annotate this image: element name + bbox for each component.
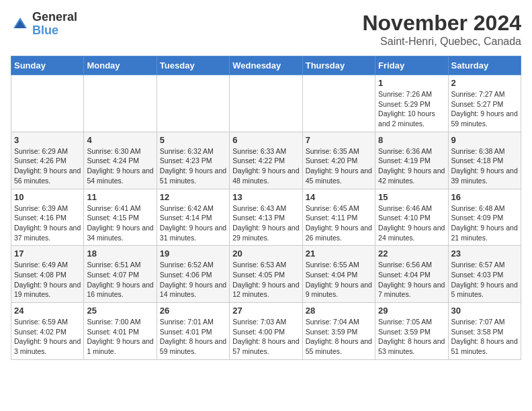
- svg-rect-2: [17, 24, 23, 28]
- calendar-cell-4-2: 18Sunrise: 6:51 AMSunset: 4:07 PMDayligh…: [84, 246, 157, 303]
- day-number: 5: [160, 135, 226, 145]
- logo: General Blue: [11, 11, 77, 38]
- day-number: 17: [14, 248, 81, 259]
- day-number: 19: [160, 248, 226, 259]
- calendar-cell-4-6: 22Sunrise: 6:56 AMSunset: 4:04 PMDayligh…: [375, 246, 448, 303]
- calendar-week-3: 10Sunrise: 6:39 AMSunset: 4:16 PMDayligh…: [11, 189, 521, 246]
- calendar-cell-2-2: 4Sunrise: 6:30 AMSunset: 4:24 PMDaylight…: [84, 132, 157, 189]
- day-info: Sunrise: 6:56 AMSunset: 4:04 PMDaylight:…: [378, 260, 445, 300]
- day-info: Sunrise: 7:04 AMSunset: 3:59 PMDaylight:…: [306, 317, 372, 357]
- calendar-cell-4-4: 20Sunrise: 6:53 AMSunset: 4:05 PMDayligh…: [230, 246, 302, 303]
- calendar-cell-4-3: 19Sunrise: 6:52 AMSunset: 4:06 PMDayligh…: [157, 246, 229, 303]
- calendar-cell-5-1: 24Sunrise: 6:59 AMSunset: 4:02 PMDayligh…: [11, 303, 84, 360]
- day-info: Sunrise: 6:29 AMSunset: 4:26 PMDaylight:…: [14, 146, 81, 186]
- day-info: Sunrise: 7:07 AMSunset: 3:58 PMDaylight:…: [451, 317, 518, 357]
- day-number: 25: [87, 306, 153, 316]
- day-number: 24: [14, 306, 81, 316]
- day-info: Sunrise: 6:33 AMSunset: 4:22 PMDaylight:…: [232, 146, 299, 186]
- location-title: Saint-Henri, Quebec, Canada: [362, 36, 521, 48]
- calendar-week-5: 24Sunrise: 6:59 AMSunset: 4:02 PMDayligh…: [11, 303, 521, 360]
- day-number: 15: [378, 192, 445, 202]
- header-monday: Monday: [84, 56, 157, 75]
- day-info: Sunrise: 6:38 AMSunset: 4:18 PMDaylight:…: [451, 146, 518, 186]
- day-number: 6: [232, 135, 299, 145]
- header-saturday: Saturday: [448, 56, 521, 75]
- day-number: 3: [14, 135, 81, 145]
- calendar-cell-4-7: 23Sunrise: 6:57 AMSunset: 4:03 PMDayligh…: [448, 246, 521, 303]
- calendar-cell-1-6: 1Sunrise: 7:26 AMSunset: 5:29 PMDaylight…: [375, 75, 448, 132]
- calendar-cell-2-1: 3Sunrise: 6:29 AMSunset: 4:26 PMDaylight…: [11, 132, 84, 189]
- day-info: Sunrise: 6:45 AMSunset: 4:11 PMDaylight:…: [306, 203, 372, 243]
- calendar-cell-5-7: 30Sunrise: 7:07 AMSunset: 3:58 PMDayligh…: [448, 303, 521, 360]
- header-thursday: Thursday: [302, 56, 375, 75]
- day-info: Sunrise: 7:05 AMSunset: 3:59 PMDaylight:…: [378, 317, 445, 357]
- calendar-cell-3-7: 16Sunrise: 6:48 AMSunset: 4:09 PMDayligh…: [448, 189, 521, 246]
- day-number: 13: [232, 192, 299, 202]
- day-info: Sunrise: 7:00 AMSunset: 4:01 PMDaylight:…: [87, 317, 153, 357]
- day-info: Sunrise: 6:39 AMSunset: 4:16 PMDaylight:…: [14, 203, 81, 243]
- header-tuesday: Tuesday: [157, 56, 229, 75]
- calendar-cell-2-3: 5Sunrise: 6:32 AMSunset: 4:23 PMDaylight…: [157, 132, 229, 189]
- day-info: Sunrise: 6:49 AMSunset: 4:08 PMDaylight:…: [14, 260, 81, 300]
- calendar-table: Sunday Monday Tuesday Wednesday Thursday…: [11, 56, 521, 360]
- day-number: 16: [451, 192, 518, 202]
- day-info: Sunrise: 6:42 AMSunset: 4:14 PMDaylight:…: [160, 203, 226, 243]
- calendar-cell-4-5: 21Sunrise: 6:55 AMSunset: 4:04 PMDayligh…: [302, 246, 375, 303]
- day-info: Sunrise: 6:32 AMSunset: 4:23 PMDaylight:…: [160, 146, 226, 186]
- calendar-week-1: 1Sunrise: 7:26 AMSunset: 5:29 PMDaylight…: [11, 75, 521, 132]
- header-sunday: Sunday: [11, 56, 84, 75]
- day-info: Sunrise: 6:36 AMSunset: 4:19 PMDaylight:…: [378, 146, 445, 186]
- day-number: 4: [87, 135, 153, 145]
- header-friday: Friday: [375, 56, 448, 75]
- day-info: Sunrise: 7:26 AMSunset: 5:29 PMDaylight:…: [378, 89, 445, 129]
- day-info: Sunrise: 6:46 AMSunset: 4:10 PMDaylight:…: [378, 203, 445, 243]
- day-number: 28: [306, 306, 372, 316]
- day-info: Sunrise: 6:30 AMSunset: 4:24 PMDaylight:…: [87, 146, 153, 186]
- calendar-cell-5-5: 28Sunrise: 7:04 AMSunset: 3:59 PMDayligh…: [302, 303, 375, 360]
- calendar-cell-3-3: 12Sunrise: 6:42 AMSunset: 4:14 PMDayligh…: [157, 189, 229, 246]
- logo-icon: [11, 15, 30, 34]
- day-info: Sunrise: 6:57 AMSunset: 4:03 PMDaylight:…: [451, 260, 518, 300]
- calendar-cell-5-4: 27Sunrise: 7:03 AMSunset: 4:00 PMDayligh…: [230, 303, 302, 360]
- calendar-cell-5-6: 29Sunrise: 7:05 AMSunset: 3:59 PMDayligh…: [375, 303, 448, 360]
- day-number: 20: [232, 248, 299, 259]
- header-wednesday: Wednesday: [230, 56, 302, 75]
- day-number: 12: [160, 192, 226, 202]
- calendar-cell-3-5: 14Sunrise: 6:45 AMSunset: 4:11 PMDayligh…: [302, 189, 375, 246]
- day-info: Sunrise: 6:41 AMSunset: 4:15 PMDaylight:…: [87, 203, 153, 243]
- day-info: Sunrise: 6:35 AMSunset: 4:20 PMDaylight:…: [306, 146, 372, 186]
- calendar-cell-1-2: [84, 75, 157, 132]
- day-info: Sunrise: 6:51 AMSunset: 4:07 PMDaylight:…: [87, 260, 153, 300]
- calendar-cell-1-4: [230, 75, 302, 132]
- day-number: 21: [306, 248, 372, 259]
- calendar-cell-3-1: 10Sunrise: 6:39 AMSunset: 4:16 PMDayligh…: [11, 189, 84, 246]
- calendar-cell-3-2: 11Sunrise: 6:41 AMSunset: 4:15 PMDayligh…: [84, 189, 157, 246]
- calendar-cell-2-5: 7Sunrise: 6:35 AMSunset: 4:20 PMDaylight…: [302, 132, 375, 189]
- calendar-cell-1-7: 2Sunrise: 7:27 AMSunset: 5:27 PMDaylight…: [448, 75, 521, 132]
- calendar-cell-5-2: 25Sunrise: 7:00 AMSunset: 4:01 PMDayligh…: [84, 303, 157, 360]
- day-number: 22: [378, 248, 445, 259]
- day-number: 14: [306, 192, 372, 202]
- calendar-cell-5-3: 26Sunrise: 7:01 AMSunset: 4:01 PMDayligh…: [157, 303, 229, 360]
- calendar-header-row: Sunday Monday Tuesday Wednesday Thursday…: [11, 56, 521, 75]
- day-info: Sunrise: 6:48 AMSunset: 4:09 PMDaylight:…: [451, 203, 518, 243]
- title-area: November 2024 Saint-Henri, Quebec, Canad…: [362, 11, 521, 48]
- day-number: 27: [232, 306, 299, 316]
- logo-general: General: [32, 11, 77, 24]
- calendar-cell-3-6: 15Sunrise: 6:46 AMSunset: 4:10 PMDayligh…: [375, 189, 448, 246]
- calendar-cell-2-7: 9Sunrise: 6:38 AMSunset: 4:18 PMDaylight…: [448, 132, 521, 189]
- page-header: General Blue November 2024 Saint-Henri, …: [11, 11, 521, 48]
- day-number: 2: [451, 78, 518, 88]
- day-info: Sunrise: 6:59 AMSunset: 4:02 PMDaylight:…: [14, 317, 81, 357]
- day-info: Sunrise: 6:43 AMSunset: 4:13 PMDaylight:…: [232, 203, 299, 243]
- calendar-cell-3-4: 13Sunrise: 6:43 AMSunset: 4:13 PMDayligh…: [230, 189, 302, 246]
- month-title: November 2024: [362, 11, 521, 36]
- day-number: 11: [87, 192, 153, 202]
- day-info: Sunrise: 6:53 AMSunset: 4:05 PMDaylight:…: [232, 260, 299, 300]
- day-number: 9: [451, 135, 518, 145]
- calendar-cell-2-6: 8Sunrise: 6:36 AMSunset: 4:19 PMDaylight…: [375, 132, 448, 189]
- day-number: 1: [378, 78, 445, 88]
- day-number: 18: [87, 248, 153, 259]
- day-info: Sunrise: 6:55 AMSunset: 4:04 PMDaylight:…: [306, 260, 372, 300]
- day-number: 8: [378, 135, 445, 145]
